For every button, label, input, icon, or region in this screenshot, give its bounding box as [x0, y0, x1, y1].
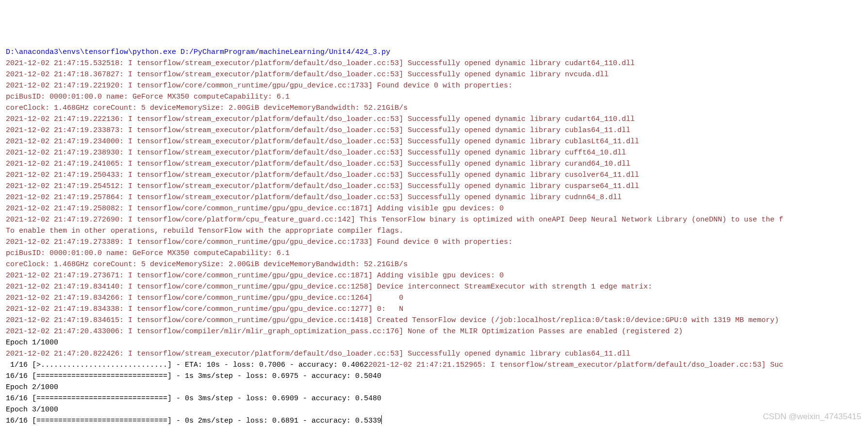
console-line: 16/16 [==============================] -…: [6, 393, 862, 404]
watermark: CSDN @weixin_47435415: [763, 411, 861, 422]
log-text: 2021-12-02 21:47:19.241065: I tensorflow…: [6, 160, 630, 168]
console-line: 1/16 [>.............................] - …: [6, 359, 862, 371]
log-text: 2021-12-02 21:47:19.234000: I tensorflow…: [6, 137, 639, 146]
console-line: 16/16 [==============================] -…: [6, 371, 862, 382]
console-line: pciBusID: 0000:01:00.0 name: GeForce MX3…: [6, 91, 862, 102]
console-line: 2021-12-02 21:47:19.258082: I tensorflow…: [6, 203, 862, 214]
console-line: 2021-12-02 21:47:19.834140: I tensorflow…: [6, 281, 862, 292]
console-line: coreClock: 1.468GHz coreCount: 5 deviceM…: [6, 259, 862, 270]
log-text: 2021-12-02 21:47:19.257864: I tensorflow…: [6, 193, 622, 202]
log-text: 2021-12-02 21:47:19.233873: I tensorflow…: [6, 126, 630, 135]
console-line: Epoch 1/1000: [6, 337, 862, 348]
console-line: 2021-12-02 21:47:19.233873: I tensorflow…: [6, 125, 862, 136]
console-line: 2021-12-02 21:47:19.272690: I tensorflow…: [6, 214, 862, 225]
log-text: 2021-12-02 21:47:15.532518: I tensorflow…: [6, 59, 635, 68]
stdout-text: Epoch 2/1000: [6, 383, 58, 392]
log-text: 2021-12-02 21:47:18.367827: I tensorflow…: [6, 70, 608, 79]
log-text: 2021-12-02 21:47:19.221920: I tensorflow…: [6, 82, 517, 90]
stdout-text: 16/16 [==============================] -…: [6, 372, 381, 380]
stdout-text: 16/16 [==============================] -…: [6, 417, 381, 425]
log-text: 2021-12-02 21:47:20.822426: I tensorflow…: [6, 350, 630, 358]
console-line: Epoch 2/1000: [6, 382, 862, 393]
console-line: 2021-12-02 21:47:19.273389: I tensorflow…: [6, 237, 862, 248]
log-text: 2021-12-02 21:47:20.433006: I tensorflow…: [6, 327, 683, 336]
console-output[interactable]: D:\anaconda3\envs\tensorflow\python.exe …: [6, 47, 862, 426]
log-text: 2021-12-02 21:47:19.258082: I tensorflow…: [6, 204, 504, 213]
log-text: 2021-12-02 21:47:19.273671: I tensorflow…: [6, 272, 504, 280]
log-text: 2021-12-02 21:47:19.834140: I tensorflow…: [6, 283, 652, 291]
console-line: 2021-12-02 21:47:19.834615: I tensorflow…: [6, 315, 862, 326]
log-text: 2021-12-02 21:47:19.254512: I tensorflow…: [6, 182, 639, 190]
console-line: 16/16 [==============================] -…: [6, 415, 862, 426]
log-text: 2021-12-02 21:47:19.250433: I tensorflow…: [6, 171, 639, 179]
console-line: 2021-12-02 21:47:19.257864: I tensorflow…: [6, 192, 862, 203]
log-text: pciBusID: 0000:01:00.0 name: GeForce MX3…: [6, 249, 290, 257]
log-text: 2021-12-02 21:47:19.273389: I tensorflow…: [6, 238, 517, 246]
console-line: 2021-12-02 21:47:20.822426: I tensorflow…: [6, 348, 862, 359]
log-text: coreClock: 1.468GHz coreCount: 5 deviceM…: [6, 260, 408, 269]
console-line: 2021-12-02 21:47:19.234000: I tensorflow…: [6, 136, 862, 147]
command-text: D:\anaconda3\envs\tensorflow\python.exe …: [6, 48, 390, 56]
log-text: 2021-12-02 21:47:19.834338: I tensorflow…: [6, 305, 408, 313]
console-line: 2021-12-02 21:47:20.433006: I tensorflow…: [6, 326, 862, 337]
stdout-text: 16/16 [==============================] -…: [6, 394, 381, 403]
log-text: 2021-12-02 21:47:19.222136: I tensorflow…: [6, 115, 635, 123]
console-line: 2021-12-02 21:47:19.221920: I tensorflow…: [6, 80, 862, 91]
log-text: pciBusID: 0000:01:00.0 name: GeForce MX3…: [6, 93, 290, 101]
console-line: D:\anaconda3\envs\tensorflow\python.exe …: [6, 47, 862, 58]
console-line: To enable them in other operations, rebu…: [6, 225, 862, 237]
stdout-text: 1/16 [>.............................] - …: [6, 361, 368, 369]
console-line: 2021-12-02 21:47:19.241065: I tensorflow…: [6, 158, 862, 170]
log-text: To enable them in other operations, rebu…: [6, 227, 403, 235]
console-line: Epoch 3/1000: [6, 404, 862, 415]
log-text: 2021-12-02 21:47:19.834615: I tensorflow…: [6, 316, 779, 324]
text-cursor: [381, 415, 382, 424]
console-line: 2021-12-02 21:47:19.834266: I tensorflow…: [6, 292, 862, 304]
console-line: pciBusID: 0000:01:00.0 name: GeForce MX3…: [6, 248, 862, 259]
console-line: 2021-12-02 21:47:19.834338: I tensorflow…: [6, 304, 862, 315]
console-line: coreClock: 1.468GHz coreCount: 5 deviceM…: [6, 102, 862, 114]
console-line: 2021-12-02 21:47:19.254512: I tensorflow…: [6, 181, 862, 192]
console-line: 2021-12-02 21:47:19.222136: I tensorflow…: [6, 114, 862, 125]
log-text: 2021-12-02 21:47:19.272690: I tensorflow…: [6, 216, 783, 224]
console-line: 2021-12-02 21:47:15.532518: I tensorflow…: [6, 58, 862, 69]
log-text: 2021-12-02 21:47:19.834266: I tensorflow…: [6, 294, 408, 302]
log-text: 2021-12-02 21:47:21.152965: I tensorflow…: [368, 361, 783, 369]
console-line: 2021-12-02 21:47:19.238930: I tensorflow…: [6, 147, 862, 158]
stdout-text: Epoch 1/1000: [6, 339, 58, 347]
console-line: 2021-12-02 21:47:18.367827: I tensorflow…: [6, 69, 862, 80]
log-text: 2021-12-02 21:47:19.238930: I tensorflow…: [6, 149, 626, 157]
stdout-text: Epoch 3/1000: [6, 406, 58, 414]
console-line: 2021-12-02 21:47:19.273671: I tensorflow…: [6, 270, 862, 281]
log-text: coreClock: 1.468GHz coreCount: 5 deviceM…: [6, 104, 408, 112]
console-line: 2021-12-02 21:47:19.250433: I tensorflow…: [6, 170, 862, 181]
